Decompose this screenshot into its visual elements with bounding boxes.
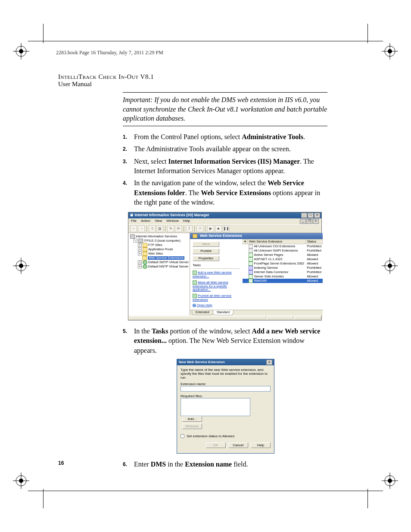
extension-status-icon — [249, 274, 253, 279]
running-head: 2283.book Page 16 Thursday, July 7, 2011… — [56, 50, 163, 56]
expand-icon[interactable]: + — [138, 260, 142, 264]
column-header-name[interactable]: Web Service Extension — [247, 239, 305, 244]
export-icon[interactable]: ⤴ — [186, 225, 193, 232]
remove-file-button[interactable]: Remove — [182, 423, 202, 429]
wse-header: Web Service Extensions — [190, 233, 323, 239]
tree-node[interactable]: Internet Information Services — [136, 234, 177, 238]
open-help-link[interactable]: ?Open Help — [193, 304, 240, 308]
mdi-restore-button[interactable]: ❐ — [306, 219, 312, 224]
table-row[interactable]: All Unknown CGI ExtensionsProhibited — [243, 244, 323, 249]
table-row[interactable]: Indexing ServiceProhibited — [243, 266, 323, 270]
up-icon[interactable]: ⇧ — [149, 225, 156, 232]
help-button[interactable]: Help — [251, 442, 271, 448]
ok-button[interactable]: OK — [206, 442, 226, 448]
steps-list: 5. In the Tasks portion of the window, s… — [123, 327, 327, 355]
link-text: Add a new Web service extension... — [193, 271, 232, 278]
allow-button[interactable]: Allow — [193, 242, 219, 247]
tree-node-selected[interactable]: Web Service Extensions — [148, 256, 184, 260]
properties-button[interactable]: Properties — [193, 256, 219, 261]
set-allowed-checkbox[interactable] — [181, 434, 184, 438]
step-text: In the navigation pane of the window, se… — [134, 178, 327, 207]
collapse-icon[interactable]: − — [134, 239, 137, 243]
registration-mark-icon — [13, 43, 29, 59]
allow-all-link[interactable]: Allow all Web service extensions for a s… — [193, 280, 240, 292]
text-bold: Web Service Extensions — [201, 189, 271, 196]
close-button[interactable]: × — [266, 360, 272, 365]
add-file-button[interactable]: Add... — [182, 416, 202, 422]
extension-status-icon — [249, 266, 253, 270]
prohibit-all-link[interactable]: Prohibit all Web service extensions — [193, 294, 240, 302]
folder-icon — [143, 243, 147, 247]
cancel-button[interactable]: Cancel — [228, 442, 248, 448]
forward-arrow-icon[interactable]: → — [138, 225, 145, 232]
steps-list: 6. Enter DMS in the Extension name field… — [123, 460, 327, 469]
expand-icon[interactable]: + — [138, 247, 142, 251]
new-wse-dialog: New Web Service Extension × Type the nam… — [177, 359, 274, 454]
table-row[interactable]: Internet Data ConnectorProhibited — [243, 270, 323, 274]
tree-node[interactable]: Default SMTP Virtual Server — [148, 260, 189, 264]
tree-node[interactable]: FTP Sites — [148, 243, 162, 247]
link-text: Prohibit all Web service extensions — [193, 294, 231, 302]
menu-action[interactable]: Action — [141, 219, 150, 224]
folder-icon — [193, 234, 197, 238]
tree-node[interactable]: ITFILE-3 (local computer) — [144, 239, 181, 243]
extension-name-input[interactable] — [181, 386, 271, 392]
sort-column[interactable]: ▾ — [243, 239, 247, 244]
table-row[interactable]: FrontPage Server Extensions 2002Allowed — [243, 261, 323, 266]
menu-file[interactable]: File — [131, 219, 137, 224]
tree-node[interactable]: Application Pools — [148, 247, 173, 251]
step-number: 4. — [123, 178, 134, 207]
extension-status-icon — [249, 270, 253, 274]
stop-icon[interactable]: ■ — [215, 225, 222, 232]
add-extension-link[interactable]: Add a new Web service extension... — [193, 271, 240, 279]
app-icon: 🖥 — [130, 213, 134, 218]
table-row[interactable]: WebDAVAllowed — [243, 279, 323, 283]
column-header-status[interactable]: Status — [305, 239, 323, 244]
table-row[interactable]: Active Server PagesAllowed — [243, 253, 323, 257]
registration-mark-icon — [382, 43, 398, 59]
expand-icon[interactable]: + — [138, 264, 142, 268]
table-row[interactable]: Server Side IncludesAllowed — [243, 274, 323, 279]
tree-node[interactable]: Default NNTP Virtual Server — [148, 264, 189, 268]
maximize-button[interactable]: □ — [308, 213, 314, 218]
tab-extended[interactable]: Extended — [192, 310, 213, 315]
text-run: . — [303, 133, 305, 140]
step-number: 6. — [123, 460, 134, 469]
horizontal-rule — [123, 126, 327, 126]
required-files-list[interactable] — [181, 398, 250, 416]
help-icon: ? — [193, 304, 196, 307]
registration-mark-icon — [13, 473, 29, 489]
properties-icon[interactable]: ✎ — [167, 225, 174, 232]
prohibit-button[interactable]: Prohibit — [193, 249, 219, 254]
step-text: Next, select Internet Information Servic… — [134, 157, 327, 176]
dialog-title: New Web Service Extension — [179, 360, 225, 364]
tree-node[interactable]: Web Sites — [148, 252, 163, 255]
mdi-close-button[interactable]: × — [313, 219, 319, 224]
menu-view[interactable]: View — [155, 219, 162, 224]
play-icon[interactable]: ▶ — [207, 225, 214, 232]
link-text: Open Help — [197, 303, 212, 307]
refresh-icon[interactable]: ⟳ — [175, 225, 182, 232]
pause-icon[interactable]: ❚❚ — [223, 225, 230, 232]
mdi-minimize-button[interactable]: _ — [300, 219, 306, 224]
expand-icon[interactable]: + — [138, 243, 142, 247]
dialog-titlebar: New Web Service Extension × — [177, 359, 274, 365]
server-icon — [138, 239, 143, 243]
minimize-button[interactable]: _ — [301, 213, 307, 218]
wse-header-text: Web Service Extensions — [200, 234, 242, 238]
step-text: In the Tasks portion of the window, sele… — [134, 327, 327, 355]
tab-standard[interactable]: Standard — [213, 310, 234, 315]
menu-help[interactable]: Help — [183, 219, 190, 224]
menu-window[interactable]: Window — [166, 219, 178, 224]
text-run: From the Control Panel options, select — [134, 133, 242, 140]
show-hide-tree-icon[interactable]: ▥ — [156, 225, 163, 232]
extension-status-icon — [249, 253, 253, 257]
table-row[interactable]: All Unknown ISAPI ExtensionsProhibited — [243, 249, 323, 253]
expand-icon[interactable]: + — [138, 252, 142, 255]
text-run: Enter — [134, 460, 151, 468]
navigation-tree[interactable]: Internet Information Services −ITFILE-3 … — [128, 233, 190, 315]
back-arrow-icon[interactable]: ← — [130, 225, 137, 232]
help-icon[interactable]: ? — [196, 225, 203, 232]
close-button[interactable]: × — [314, 213, 320, 218]
table-row[interactable]: ASP.NET v1.1.4322Allowed — [243, 257, 323, 261]
